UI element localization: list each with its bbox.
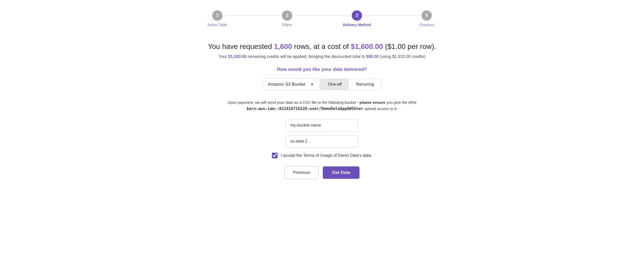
terms-label: I accept the Terms of Usage of Demo Data… [281, 153, 372, 158]
rows-highlight: 1,600 [274, 42, 292, 50]
step-1-label: Select Table [208, 23, 227, 27]
step-3-circle: 3 [352, 10, 362, 21]
bucket-name-input[interactable] [286, 119, 358, 131]
step-4: 4 Checkout [392, 10, 462, 27]
stepper: 1 Select Table 2 Filters 3 Delivery Meth… [182, 10, 462, 27]
one-off-button[interactable]: One-off [321, 79, 349, 90]
terms-checkbox-row: I accept the Terms of Usage of Demo Data… [182, 153, 462, 158]
step-2-circle: 2 [282, 10, 292, 21]
step-2-label: Filters [282, 23, 292, 27]
step-4-label: Checkout [419, 23, 434, 27]
step-4-circle: 4 [421, 10, 432, 21]
delivery-method-dropdown[interactable]: Amazon S3 Bucket ▼ [263, 78, 319, 90]
main-content: You have requested 1,600 rows, at a cost… [182, 42, 462, 179]
headline: You have requested 1,600 rows, at a cost… [182, 42, 462, 51]
info-bold: please ensure [359, 100, 385, 105]
discounted-total-highlight: $80.00 [366, 54, 379, 59]
terms-checkbox[interactable] [272, 153, 278, 158]
dropdown-value: Amazon S3 Bucket [268, 82, 305, 87]
step-3-label: Delivery Method [343, 23, 371, 27]
info-text: Upon payment, we will send your data as … [182, 99, 462, 112]
button-row: Previous Get Data [182, 166, 462, 179]
arn-value: $arn:aws:iam::021616716226:user/DemoData… [247, 106, 363, 111]
credits-highlight: $1,520.00 [228, 54, 247, 59]
recurring-button[interactable]: Recurring [349, 79, 381, 90]
frequency-toggle-group: One-off Recurring [320, 79, 381, 90]
get-data-button[interactable]: Get Data [323, 166, 359, 179]
subtext: Your $1,520.00 remaining credits will be… [182, 54, 462, 59]
step-2: 2 Filters [252, 10, 322, 27]
chevron-down-icon: ▼ [310, 82, 314, 86]
page-container: 1 Select Table 2 Filters 3 Delivery Meth… [167, 0, 477, 189]
previous-button[interactable]: Previous [285, 166, 319, 179]
step-1-circle: 1 [212, 10, 223, 21]
cost-highlight: $1,600.00 [351, 42, 383, 50]
region-input[interactable] [286, 135, 358, 148]
step-1: 1 Select Table [182, 10, 252, 27]
step-3: 3 Delivery Method [322, 10, 392, 27]
delivery-question: How would you like your data delivered? [182, 67, 462, 72]
